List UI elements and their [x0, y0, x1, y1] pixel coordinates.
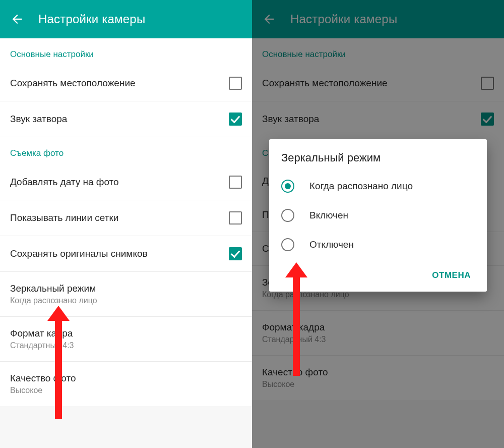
mirror-mode-dialog: Зеркальный режим Когда распознано лицо В… [269, 139, 487, 292]
row-grid-lines[interactable]: Показывать линии сетки [0, 200, 252, 236]
row-label: Качество фото [10, 373, 76, 384]
row-subtitle: Стандартный 4:3 [10, 341, 74, 350]
right-pane: Настройки камеры Основные настройки Сохр… [252, 0, 504, 448]
checkbox-add-date[interactable] [229, 176, 242, 189]
row-label: Формат кадра [10, 328, 74, 339]
row-mirror-mode[interactable]: Зеркальный режим Когда распознано лицо [0, 272, 252, 317]
row-save-originals[interactable]: Сохранять оригиналы снимков [0, 236, 252, 272]
radio-option-off[interactable]: Отключен [281, 230, 475, 259]
row-shutter-sound[interactable]: Звук затвора [0, 101, 252, 137]
header-title: Настройки камеры [38, 12, 145, 26]
app-header: Настройки камеры [0, 0, 252, 38]
cancel-button[interactable]: ОТМЕНА [428, 265, 475, 286]
row-save-location[interactable]: Сохранять местоположение [0, 66, 252, 101]
checkbox-save-location[interactable] [229, 77, 242, 90]
radio-icon[interactable] [281, 180, 294, 193]
row-photo-quality[interactable]: Качество фото Высокое [0, 362, 252, 406]
radio-icon[interactable] [281, 209, 294, 222]
dialog-title: Зеркальный режим [281, 151, 475, 164]
row-label: Звук затвора [10, 114, 67, 125]
radio-label: Включен [309, 210, 348, 221]
row-subtitle: Когда распознано лицо [10, 296, 97, 305]
checkbox-save-originals[interactable] [229, 247, 242, 260]
row-subtitle: Высокое [10, 386, 76, 395]
radio-label: Когда распознано лицо [309, 181, 413, 192]
radio-option-face[interactable]: Когда распознано лицо [281, 172, 475, 201]
row-add-date[interactable]: Добавлять дату на фото [0, 164, 252, 200]
checkbox-shutter-sound[interactable] [229, 113, 242, 126]
radio-label: Отключен [309, 239, 354, 250]
settings-content: Основные настройки Сохранять местоположе… [0, 38, 252, 448]
radio-option-on[interactable]: Включен [281, 201, 475, 230]
row-label: Сохранять оригиналы снимков [10, 248, 148, 259]
radio-icon[interactable] [281, 238, 294, 251]
section-general: Основные настройки [0, 38, 252, 66]
checkbox-grid-lines[interactable] [229, 211, 242, 225]
left-pane: Настройки камеры Основные настройки Сохр… [0, 0, 252, 448]
row-label: Зеркальный режим [10, 283, 97, 294]
row-label: Сохранять местоположение [10, 78, 136, 89]
row-label: Добавлять дату на фото [10, 177, 119, 188]
back-icon[interactable] [10, 12, 24, 26]
section-photo: Съемка фото [0, 137, 252, 164]
row-label: Показывать линии сетки [10, 212, 118, 223]
row-aspect-ratio[interactable]: Формат кадра Стандартный 4:3 [0, 317, 252, 362]
